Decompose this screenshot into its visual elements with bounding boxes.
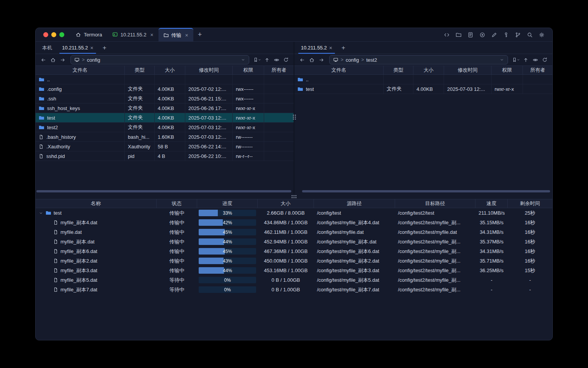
- show-hidden-button[interactable]: [272, 55, 281, 64]
- parent-dir-button[interactable]: [521, 55, 530, 64]
- column-header[interactable]: 权限: [233, 66, 264, 74]
- folder-button[interactable]: [454, 30, 463, 39]
- home-button[interactable]: [48, 55, 57, 64]
- column-header[interactable]: 剩余时间: [508, 199, 552, 208]
- chevron-down-icon[interactable]: [500, 58, 504, 62]
- transfer-splitter[interactable]: [36, 194, 552, 199]
- panel-tab[interactable]: 本机: [37, 42, 57, 54]
- panel-tab[interactable]: 10.211.55.2×: [57, 42, 98, 54]
- file-name: sshd.pid: [46, 153, 65, 159]
- tab-termora[interactable]: Termora: [70, 28, 107, 41]
- back-button[interactable]: [39, 55, 48, 64]
- file-modified: 2025-06-21 15:...: [185, 94, 233, 103]
- transfer-name: myfile_副本6.dat: [60, 248, 97, 255]
- refresh-button[interactable]: [281, 55, 291, 64]
- splitter-grip-icon[interactable]: [292, 115, 296, 120]
- horizontal-scrollbar[interactable]: [302, 190, 550, 192]
- column-header[interactable]: 名称: [36, 199, 157, 208]
- column-header[interactable]: 大小: [258, 199, 314, 208]
- bookmark-button[interactable]: [511, 55, 521, 64]
- column-header[interactable]: 状态: [157, 199, 198, 208]
- close-icon[interactable]: ×: [150, 32, 153, 38]
- file-row[interactable]: .ssh文件夹4.00KB2025-06-21 15:...rwx------: [36, 94, 294, 104]
- column-header[interactable]: 修改时间: [444, 66, 492, 74]
- record-button[interactable]: [478, 30, 487, 39]
- file-row[interactable]: test2文件夹4.00KB2025-07-03 12:...rwxr-xr-x: [36, 123, 294, 132]
- close-icon[interactable]: ×: [90, 45, 93, 51]
- splitter-grip-icon[interactable]: [292, 195, 297, 198]
- transfer-row[interactable]: myfile.dat传输中45%462.11MB / 1.00GB/config…: [36, 227, 552, 237]
- column-header[interactable]: 源路径: [314, 199, 395, 208]
- transfer-row[interactable]: myfile_副本7.dat等待中0%0 B / 1.00GB/config/t…: [36, 285, 552, 294]
- column-header[interactable]: 目标路径: [395, 199, 476, 208]
- column-header[interactable]: 所有者: [264, 66, 294, 74]
- column-header[interactable]: 类型: [125, 66, 155, 74]
- transfer-row[interactable]: myfile_副本6.dat传输中45%467.36MB / 1.00GB/co…: [36, 246, 552, 256]
- transfer-row[interactable]: myfile_副本.dat传输中44%452.94MB / 1.00GB/con…: [36, 237, 552, 246]
- log-button[interactable]: [466, 30, 475, 39]
- transfer-status: 传输中: [157, 227, 198, 237]
- column-header[interactable]: 速度: [475, 199, 508, 208]
- forward-button[interactable]: [58, 55, 67, 64]
- file-row[interactable]: .bash_historybash_hi...1.60KB2025-07-03 …: [36, 132, 294, 142]
- file-size: 58 B: [155, 142, 185, 151]
- column-header[interactable]: 类型: [384, 66, 413, 74]
- column-header[interactable]: 进度: [197, 199, 258, 208]
- close-window-button[interactable]: [43, 32, 48, 37]
- path-segment[interactable]: config: [87, 57, 100, 63]
- path-bar[interactable]: >config>test2: [329, 55, 508, 64]
- column-header[interactable]: 修改时间: [185, 66, 233, 74]
- show-hidden-button[interactable]: [531, 55, 540, 64]
- tab-ssh-session[interactable]: 10.211.55.2×: [107, 28, 158, 41]
- search-button[interactable]: [525, 30, 534, 39]
- file-row[interactable]: .XauthorityXauthority58 B2025-06-22 14:.…: [36, 142, 294, 151]
- file-row[interactable]: sshd.pidpid4 B2025-06-22 10:...rw-r--r--: [36, 151, 294, 161]
- transfer-row[interactable]: test传输中33%2.66GB / 8.00GB/config/test/co…: [36, 208, 552, 218]
- column-header[interactable]: 所有者: [523, 66, 552, 74]
- parent-dir-button[interactable]: [262, 55, 271, 64]
- file-perms: rw-r--r--: [233, 151, 264, 161]
- close-icon[interactable]: ×: [185, 33, 188, 38]
- code-button[interactable]: [442, 30, 451, 39]
- back-button[interactable]: [297, 55, 307, 64]
- file-row[interactable]: test文件夹4.00KB2025-07-03 12:...rwxr-xr-x: [294, 84, 552, 94]
- panel-tab[interactable]: 10.211.55.2×: [296, 42, 337, 54]
- close-icon[interactable]: ×: [329, 45, 332, 51]
- collapse-icon[interactable]: [39, 211, 43, 215]
- home-button[interactable]: [307, 55, 316, 64]
- file-row[interactable]: ..: [36, 75, 294, 84]
- bookmark-button[interactable]: [253, 55, 262, 64]
- chevron-down-icon[interactable]: [241, 58, 245, 62]
- edit-button[interactable]: [490, 30, 499, 39]
- horizontal-scrollbar[interactable]: [36, 190, 291, 192]
- transfer-row[interactable]: myfile_副本5.dat等待中0%0 B / 1.00GB/config/t…: [36, 275, 552, 285]
- transfer-row[interactable]: myfile_副本2.dat传输中43%450.00MB / 1.00GB/co…: [36, 256, 552, 266]
- path-segment[interactable]: config: [346, 57, 359, 63]
- zoom-window-button[interactable]: [59, 32, 64, 37]
- transfer-speed: 34.31MB/s: [475, 227, 508, 237]
- refresh-button[interactable]: [540, 55, 549, 64]
- new-panel-tab-button[interactable]: +: [98, 42, 111, 54]
- key-button[interactable]: [501, 30, 511, 39]
- new-panel-tab-button[interactable]: +: [337, 42, 350, 54]
- settings-button[interactable]: [537, 30, 546, 39]
- forward-button[interactable]: [317, 55, 326, 64]
- column-header[interactable]: 权限: [492, 66, 523, 74]
- transfer-row[interactable]: myfile_副本4.dat传输中42%434.86MB / 1.00GB/co…: [36, 218, 552, 227]
- column-header[interactable]: 文件名: [36, 66, 125, 74]
- file-row[interactable]: test文件夹4.00KB2025-07-03 12:...rwxr-xr-x: [36, 113, 294, 123]
- target-path: /config/test2/test/myfile_副...: [395, 256, 476, 266]
- path-bar[interactable]: >config: [70, 55, 249, 64]
- tab-transfer[interactable]: 传输×: [158, 28, 193, 41]
- column-header[interactable]: 大小: [155, 66, 185, 74]
- new-tab-button[interactable]: +: [193, 28, 207, 41]
- branch-button[interactable]: [513, 30, 523, 39]
- file-row[interactable]: .config文件夹4.00KB2025-07-02 12:...rwx----…: [36, 84, 294, 94]
- minimize-window-button[interactable]: [51, 32, 56, 37]
- transfer-row[interactable]: myfile_副本3.dat传输中44%453.16MB / 1.00GB/co…: [36, 266, 552, 275]
- file-row[interactable]: ssh_host_keys文件夹4.00KB2025-06-26 17:...r…: [36, 104, 294, 113]
- path-segment[interactable]: test2: [366, 57, 377, 63]
- column-header[interactable]: 文件名: [294, 66, 384, 74]
- file-row[interactable]: ..: [294, 75, 552, 84]
- column-header[interactable]: 大小: [413, 66, 444, 74]
